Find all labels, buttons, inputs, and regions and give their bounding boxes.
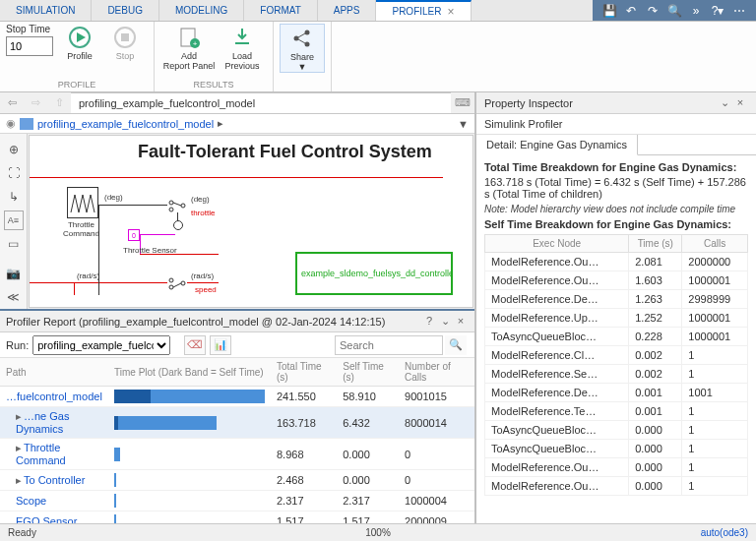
- profiler-min-icon[interactable]: ⌄: [437, 315, 453, 328]
- insp-equation: 163.718 s (Total Time) = 6.432 s (Self T…: [484, 176, 748, 200]
- label-deg2: (deg): [191, 195, 210, 204]
- svg-text:+: +: [193, 39, 198, 48]
- switch-2[interactable]: [167, 276, 187, 290]
- nav-fwd-button[interactable]: ⇨: [24, 92, 47, 113]
- share-button[interactable]: Share▼: [280, 24, 325, 73]
- stop-icon: [113, 26, 137, 49]
- close-icon[interactable]: ×: [447, 5, 454, 19]
- table-row[interactable]: ModelReference.De…0.0011001: [485, 384, 748, 402]
- more-icon[interactable]: ⋯: [730, 2, 748, 20]
- model-icon: [20, 118, 33, 130]
- stop-button[interactable]: Stop: [102, 24, 148, 61]
- const-0[interactable]: 0: [128, 229, 140, 241]
- svg-marker-1: [77, 32, 86, 42]
- svg-point-12: [181, 204, 185, 208]
- profiler-table[interactable]: Path Time Plot (Dark Band = Self Time) T…: [0, 358, 474, 523]
- document-tabbar: ⇦ ⇨ ⇧ profiling_example_fuelcontrol_mode…: [0, 92, 474, 114]
- tab-apps[interactable]: APPS: [318, 0, 377, 21]
- table-row[interactable]: ▸To Controller2.4680.0000: [0, 470, 474, 491]
- table-row[interactable]: ▸…ne Gas Dynamics163.7186.4328000014: [0, 407, 474, 439]
- table-row[interactable]: ModelReference.Ou…0.0001: [485, 458, 748, 477]
- ribbon: Stop Time Profile Stop PROFILE + Add Rep…: [0, 22, 756, 92]
- col-path: Path: [0, 358, 108, 387]
- table-row[interactable]: ModelReference.Se…0.0021: [485, 365, 748, 384]
- breadcrumb[interactable]: ◉ profiling_example_fuelcontrol_model ▸ …: [0, 114, 474, 134]
- table-row[interactable]: ModelReference.Ou…2.0812000000: [485, 253, 748, 271]
- label-deg1: (deg): [104, 193, 123, 202]
- tab-profiler-label: PROFILER: [392, 6, 441, 17]
- tool-palette: ⊕ ⛶ ↳ A≡ ▭ 📷 ≪: [0, 134, 28, 309]
- svg-point-7: [294, 36, 299, 41]
- document-tab[interactable]: profiling_example_fuelcontrol_model: [71, 92, 451, 113]
- stop-time-input[interactable]: [6, 36, 53, 56]
- table-row[interactable]: ToAsyncQueueBloc…0.0001: [485, 440, 748, 458]
- profiler-search-input[interactable]: [335, 335, 443, 355]
- restore-icon[interactable]: ≪: [4, 287, 24, 307]
- status-solver[interactable]: auto(ode3): [701, 527, 748, 538]
- text-icon[interactable]: A≡: [4, 210, 24, 230]
- inspector-min-icon[interactable]: ⌄: [717, 96, 732, 109]
- profile-button[interactable]: Profile: [57, 24, 102, 61]
- model-canvas[interactable]: Fault-Tolerant Fuel Control System Throt…: [29, 135, 473, 308]
- table-row[interactable]: …fuelcontrol_model241.55058.9109001015: [0, 387, 474, 407]
- table-row[interactable]: ToAsyncQueueBloc…0.2281000001: [485, 328, 748, 346]
- table-row[interactable]: ▸Throttle Command8.9680.0000: [0, 439, 474, 470]
- chart-button[interactable]: 📊: [210, 335, 231, 355]
- inspector-close-icon[interactable]: ×: [732, 96, 748, 109]
- run-select[interactable]: profiling_example_fuelcontrol_model: [32, 335, 170, 355]
- col-timeplot: Time Plot (Dark Band = Self Time): [108, 358, 271, 387]
- share-icon: [290, 27, 314, 50]
- help-icon[interactable]: ?▾: [709, 2, 726, 20]
- table-row[interactable]: ModelReference.De…1.2632998999: [485, 290, 748, 309]
- profiler-help-icon[interactable]: ?: [421, 315, 437, 328]
- block-model-ref[interactable]: example_sldemo_fuelsys_dd_controller: [295, 252, 453, 295]
- tab-format[interactable]: FORMAT: [244, 0, 317, 21]
- redo-icon[interactable]: ↷: [644, 2, 662, 20]
- tab-simulation[interactable]: SIMULATION: [0, 0, 92, 21]
- icol-node: Exec Node: [485, 235, 629, 253]
- table-row[interactable]: ToAsyncQueueBloc…0.0001: [485, 421, 748, 440]
- save-icon[interactable]: 💾: [600, 2, 618, 20]
- delete-button[interactable]: ⌫: [184, 335, 206, 355]
- zoom-in-icon[interactable]: ⊕: [4, 140, 24, 159]
- tab-debug[interactable]: DEBUG: [92, 0, 159, 21]
- tab-profiler[interactable]: PROFILER×: [376, 0, 471, 21]
- table-row[interactable]: ModelReference.Ou…0.0001: [485, 477, 748, 496]
- load-previous-button[interactable]: Load Previous: [218, 24, 267, 71]
- svg-point-10: [169, 201, 173, 205]
- add-report-button[interactable]: + Add Report Panel: [160, 24, 218, 71]
- profiler-close-icon[interactable]: ×: [453, 315, 469, 328]
- col-calls: Number of Calls: [399, 358, 474, 387]
- svg-point-9: [305, 42, 310, 47]
- annotation-icon[interactable]: ▭: [4, 234, 24, 254]
- arrow-icon[interactable]: ↳: [4, 187, 24, 207]
- port-1[interactable]: [173, 220, 183, 230]
- keyboard-icon[interactable]: ⌨: [451, 92, 474, 113]
- table-row[interactable]: ModelReference.Te…0.0011: [485, 402, 748, 421]
- undo-icon[interactable]: ↶: [622, 2, 640, 20]
- play-icon: [68, 26, 92, 49]
- switch-1[interactable]: [167, 199, 187, 212]
- inspector-subtitle: Simulink Profiler: [476, 114, 756, 135]
- table-row[interactable]: Scope2.3172.3171000004: [0, 491, 474, 511]
- viewer-icon[interactable]: 📷: [4, 264, 24, 283]
- nav-up-button[interactable]: ⇧: [47, 92, 71, 113]
- block-throttle-command[interactable]: [67, 187, 98, 218]
- table-row[interactable]: ModelReference.Cl…0.0021: [485, 346, 748, 365]
- tab-modeling[interactable]: MODELING: [159, 0, 244, 21]
- table-row[interactable]: ModelReference.Ou…1.6031000001: [485, 271, 748, 290]
- profile-label: Profile: [67, 51, 93, 61]
- inspector-tab-detail[interactable]: Detail: Engine Gas Dynamics: [476, 135, 638, 155]
- share-label: Share▼: [290, 52, 314, 72]
- nav-back-button[interactable]: ⇦: [0, 92, 24, 113]
- fit-icon[interactable]: ⛶: [4, 163, 24, 183]
- icol-calls: Calls: [682, 235, 748, 253]
- search-icon[interactable]: 🔍: [665, 2, 683, 20]
- fast-forward-icon[interactable]: »: [687, 2, 705, 20]
- table-row[interactable]: ModelReference.Up…1.2521000001: [485, 309, 748, 328]
- search-go-icon[interactable]: 🔍: [445, 335, 467, 355]
- label-throttle-cmd: Throttle Command: [63, 220, 99, 238]
- inspector-table[interactable]: Exec Node Time (s) Calls ModelReference.…: [484, 234, 748, 496]
- table-row[interactable]: EGO Sensor1.5171.5172000009: [0, 511, 474, 524]
- insp-h1: Total Time Breakdown for Engine Gas Dyna…: [484, 161, 736, 173]
